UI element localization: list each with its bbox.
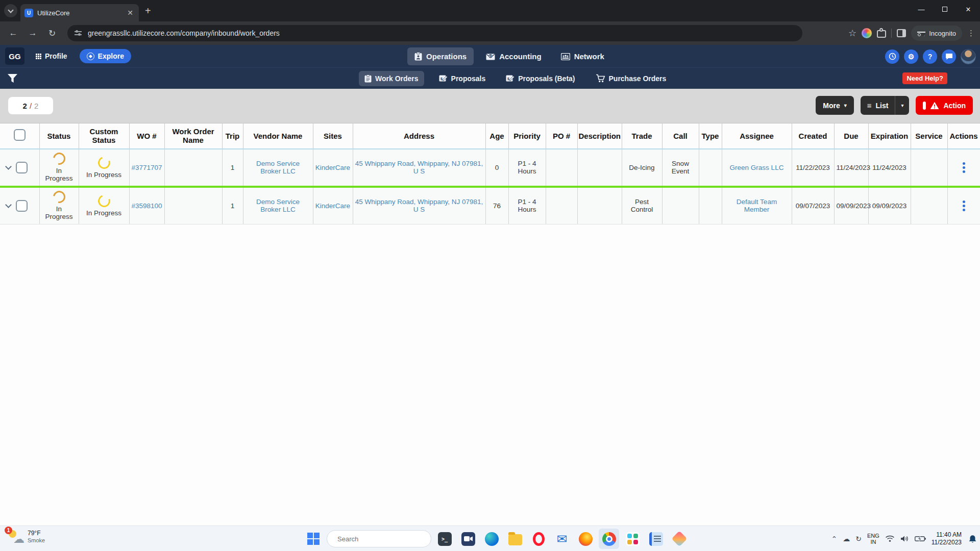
expand-row-chevron[interactable] [5,163,12,170]
row-actions-menu[interactable] [960,201,968,211]
list-view-main[interactable]: ≡ List [861,96,895,115]
taskbar-app-edge[interactable] [481,529,502,549]
extensions-puzzle-icon[interactable] [877,29,886,38]
tab-purchase-orders[interactable]: Purchase Orders [590,70,672,86]
wo-number-link[interactable]: #3771707 [132,164,162,171]
taskbar-app-file-explorer[interactable] [505,529,525,549]
nav-network[interactable]: Network [554,47,611,65]
site-settings-icon[interactable] [75,31,82,35]
close-window-button[interactable]: ✕ [957,0,980,18]
forward-button[interactable]: → [24,25,41,41]
expand-row-chevron[interactable] [5,202,12,208]
hidden-icons-chevron[interactable]: ⌃ [831,535,838,543]
col-trade[interactable]: Trade [622,123,662,149]
select-all-checkbox[interactable] [14,129,26,141]
address-link[interactable]: 45 Whippany Road, Whippany, NJ 07981, U … [355,198,483,213]
sites-link[interactable]: KinderCare [315,202,350,210]
maximize-button[interactable] [933,0,957,18]
col-trip[interactable]: Trip [222,123,243,149]
onedrive-cloud-icon[interactable]: ☁ [843,535,850,543]
vendor-name-link[interactable]: Demo Service Broker LLC [256,160,300,175]
history-button[interactable] [885,49,899,64]
col-created[interactable]: Created [792,123,834,149]
col-sites[interactable]: Sites [313,123,353,149]
browser-tab[interactable]: U UtilizeCore ✕ [20,4,139,21]
bookmark-star-icon[interactable]: ☆ [848,28,856,39]
tab-proposals-beta[interactable]: $ Proposals (Beta) [500,71,580,86]
taskbar-app-opera[interactable] [528,529,549,549]
address-link[interactable]: 45 Whippany Road, Whippany, NJ 07981, U … [355,160,483,175]
language-indicator[interactable]: ENG IN [867,533,879,545]
col-due[interactable]: Due [834,123,868,149]
volume-icon[interactable] [900,535,909,542]
col-address[interactable]: Address [353,123,485,149]
tab-work-orders[interactable]: Work Orders [359,71,424,86]
col-wo-number[interactable]: WO # [129,123,164,149]
taskbar-app-firefox[interactable] [575,529,596,549]
wifi-icon[interactable] [885,535,895,542]
col-type[interactable]: Type [699,123,722,149]
col-call[interactable]: Call [662,123,699,149]
need-help-button[interactable]: Need Help? [902,72,947,84]
start-button[interactable] [303,529,324,549]
sites-link[interactable]: KinderCare [315,164,350,171]
weather-widget[interactable]: ☁ 1 79°F Smoke [7,529,45,545]
col-custom-status[interactable]: Custom Status [79,123,129,149]
company-logo[interactable]: GG [5,47,24,65]
col-status[interactable]: Status [39,123,79,149]
col-description[interactable]: Description [577,123,622,149]
col-assignee[interactable]: Assignee [722,123,792,149]
taskbar-app-slack[interactable] [622,529,643,549]
row-checkbox[interactable] [16,200,28,212]
filter-button[interactable] [7,73,18,83]
col-work-order-name[interactable]: Work Order Name [164,123,222,149]
tab-search-button[interactable] [4,4,17,17]
minimize-button[interactable]: — [910,0,933,18]
taskbar-search[interactable] [327,530,431,547]
col-age[interactable]: Age [485,123,508,149]
taskbar-app-chrome[interactable] [599,529,619,549]
reload-button[interactable]: ↻ [44,25,60,41]
taskbar-clock[interactable]: 11:40 AM 11/22/2023 [932,531,962,546]
action-button[interactable]: Action [916,96,973,115]
list-view-dropdown[interactable]: ▾ [895,96,909,115]
profile-nav-item[interactable]: Profile [36,52,67,60]
taskbar-app-kite[interactable] [669,529,690,549]
col-actions[interactable]: Actions [947,123,980,149]
more-button[interactable]: More ▾ [816,96,853,115]
vendor-name-link[interactable]: Demo Service Broker LLC [256,198,300,213]
nav-accounting[interactable]: $ Accounting [479,47,549,65]
taskbar-app-mail[interactable]: ✉ [552,529,572,549]
help-button[interactable]: ? [923,49,937,64]
new-tab-button[interactable]: + [145,5,151,17]
browser-menu-icon[interactable]: ⋮ [967,29,975,38]
sync-tray-icon[interactable]: ↻ [855,535,862,543]
address-bar[interactable]: greengrassllc.utilizecore.com/company/in… [67,25,802,41]
assignee-link[interactable]: Green Grass LLC [730,164,784,171]
explore-button[interactable]: Explore [80,49,131,63]
row-checkbox[interactable] [16,162,28,173]
assignee-link[interactable]: Default Team Member [737,198,777,213]
col-po-number[interactable]: PO # [546,123,577,149]
col-priority[interactable]: Priority [508,123,546,149]
user-avatar[interactable] [961,49,976,64]
col-vendor-name[interactable]: Vendor Name [243,123,313,149]
search-input[interactable] [337,535,427,543]
nav-operations[interactable]: Operations [407,47,474,65]
side-panel-icon[interactable] [897,29,906,37]
taskbar-app-notepad[interactable] [646,529,666,549]
taskbar-app-teams[interactable] [458,529,478,549]
tab-proposals[interactable]: $ Proposals [433,71,492,86]
tab-close-icon[interactable]: ✕ [126,9,135,17]
row-actions-menu[interactable] [960,162,968,173]
taskbar-app-terminal[interactable]: >_ [434,529,455,549]
col-expiration[interactable]: Expiration [868,123,911,149]
extension-icon[interactable] [862,28,872,38]
wo-number-link[interactable]: #3598100 [132,202,162,210]
settings-button[interactable]: ⚙ [904,49,918,64]
col-service[interactable]: Service [911,123,947,149]
back-button[interactable]: ← [5,25,21,41]
battery-charging-icon[interactable] [915,536,926,542]
chat-button[interactable] [942,49,956,64]
notifications-bell-icon[interactable] [968,535,977,543]
